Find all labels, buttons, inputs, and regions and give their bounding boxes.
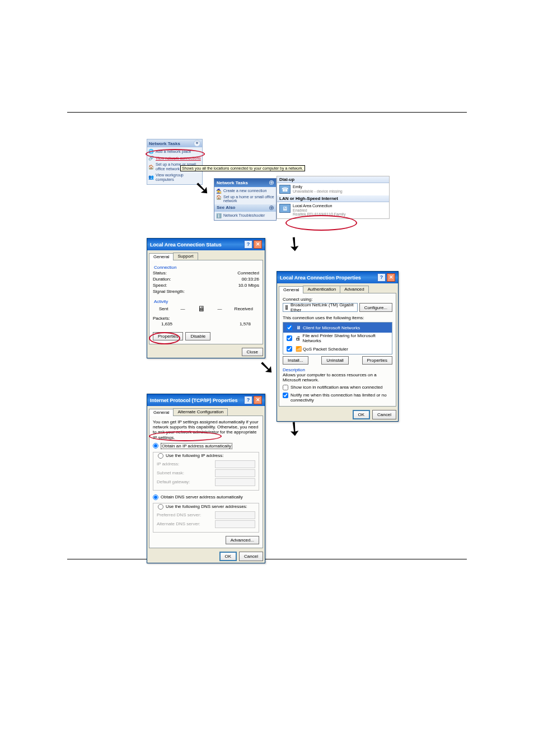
tab-support[interactable]: Support bbox=[173, 253, 198, 260]
task-add-network-place[interactable]: 🌐 Add a network place bbox=[148, 148, 201, 155]
auto-dns-radio[interactable] bbox=[153, 494, 158, 500]
dialog-titlebar[interactable]: Internet Protocol (TCP/IP) Properties ? … bbox=[147, 394, 265, 406]
lan-header: LAN or High-Speed Internet bbox=[277, 195, 389, 202]
advanced-button[interactable]: Advanced... bbox=[226, 536, 259, 544]
dns2-input[interactable] bbox=[215, 520, 255, 528]
ip-address-row: IP address: bbox=[157, 460, 255, 469]
manual-ip-radio-row[interactable]: Use the following IP address: bbox=[157, 453, 224, 459]
sidebar-setup-home-network[interactable]: 🏠 Set up a home or small office network bbox=[216, 194, 274, 203]
subnet-row: Subnet mask: bbox=[157, 469, 255, 478]
sent-label: Sent bbox=[159, 306, 168, 311]
auto-dns-radio-row[interactable]: Obtain DNS server address automatically bbox=[153, 494, 259, 501]
disable-button[interactable]: Disable bbox=[185, 332, 210, 340]
configure-button[interactable]: Configure... bbox=[359, 303, 392, 312]
manual-dns-radio-row[interactable]: Use the following DNS server addresses: bbox=[157, 504, 249, 510]
tab-general[interactable]: General bbox=[149, 409, 174, 416]
workgroup-icon: 👥 bbox=[148, 175, 154, 180]
close-icon[interactable]: ✕ bbox=[254, 396, 262, 404]
received-label: Received bbox=[235, 306, 253, 311]
gateway-input[interactable] bbox=[215, 478, 255, 486]
signal-label: Signal Strength: bbox=[153, 289, 185, 294]
connection-info: Local Area Connection Enabled Realtek RT… bbox=[293, 204, 345, 217]
nt-sidebar-title: Network Tasks bbox=[217, 180, 248, 185]
tab-general[interactable]: General bbox=[279, 286, 303, 293]
field-label: IP address: bbox=[157, 461, 179, 466]
status-label: Status: bbox=[153, 270, 167, 276]
close-icon[interactable]: ✕ bbox=[254, 240, 262, 249]
network-tasks-sidebar: Network Tasks ⓔ 🧙 Create a new connectio… bbox=[214, 178, 277, 221]
subnet-mask-input[interactable] bbox=[215, 469, 255, 477]
auto-ip-radio-row[interactable]: Obtain an IP address automatically bbox=[153, 442, 259, 450]
speed-value: 10.0 Mbps bbox=[238, 283, 259, 288]
item-checkbox[interactable] bbox=[287, 346, 292, 352]
ok-button[interactable]: OK bbox=[353, 410, 371, 419]
task-view-network-connections[interactable]: 🔗 View network connections bbox=[148, 155, 201, 162]
connection-items-list[interactable]: 🖥 Client for Microsoft Networks 🖨 File a… bbox=[283, 322, 392, 354]
tab-authentication[interactable]: Authentication bbox=[303, 286, 340, 293]
notify-limited-checkbox-label[interactable]: Notify me when this connection has limit… bbox=[283, 393, 392, 403]
tab-general[interactable]: General bbox=[149, 253, 174, 260]
properties-button[interactable]: Properties bbox=[153, 332, 183, 340]
dns1-input[interactable] bbox=[215, 511, 255, 519]
uninstall-button[interactable]: Uninstall bbox=[321, 356, 349, 365]
sidebar-create-connection[interactable]: 🧙 Create a new connection bbox=[216, 188, 274, 194]
ok-button[interactable]: OK bbox=[219, 552, 237, 561]
list-item[interactable]: 📶 QoS Packet Scheduler bbox=[283, 344, 392, 354]
list-item[interactable]: 🌐 Internet Protocol (TCP/IP) bbox=[283, 354, 392, 354]
help-icon[interactable]: ? bbox=[377, 273, 386, 282]
item-checkbox[interactable] bbox=[287, 335, 292, 341]
auto-ip-radio[interactable] bbox=[153, 443, 158, 449]
connection-info: Emily Unavailable - device missing bbox=[293, 185, 343, 193]
dialog-titlebar[interactable]: Local Area Connection Status ? ✕ bbox=[147, 239, 265, 250]
description-text: Allows your computer to access resources… bbox=[283, 372, 392, 382]
list-item[interactable]: 🖨 File and Printer Sharing for Microsoft… bbox=[283, 333, 392, 344]
connection-dialup[interactable]: ☎ Emily Unavailable - device missing bbox=[277, 183, 389, 195]
network-tasks-header[interactable]: Network Tasks bbox=[147, 139, 202, 147]
cancel-button[interactable]: Cancel bbox=[372, 410, 396, 419]
connection-lan[interactable]: 🖥 Local Area Connection Enabled Realtek … bbox=[277, 202, 389, 218]
info-icon: ℹ️ bbox=[216, 213, 222, 218]
task-view-workgroup-computers[interactable]: 👥 View workgroup computers bbox=[148, 172, 201, 183]
network-tasks-title: Network Tasks bbox=[149, 141, 180, 146]
field-label: Alternate DNS server: bbox=[157, 521, 200, 526]
manual-ip-group: Use the following IP address: IP address… bbox=[153, 452, 259, 491]
manual-dns-radio[interactable] bbox=[158, 504, 163, 510]
close-button[interactable]: Close bbox=[242, 348, 263, 356]
list-item-label: File and Printer Sharing for Microsoft N… bbox=[303, 333, 391, 343]
install-button[interactable]: Install... bbox=[283, 356, 308, 365]
notify-limited-checkbox[interactable] bbox=[283, 393, 288, 398]
ip-address-input[interactable] bbox=[215, 460, 255, 468]
help-icon[interactable]: ? bbox=[244, 240, 252, 249]
show-icon-checkbox[interactable] bbox=[283, 385, 288, 390]
collapse-icon[interactable]: ⓔ bbox=[269, 180, 274, 186]
item-checkbox[interactable] bbox=[287, 325, 292, 330]
network-icon: 🏠 bbox=[148, 164, 154, 170]
connection-legend: Connection bbox=[153, 265, 177, 270]
radio-label: Use the following IP address: bbox=[166, 453, 223, 458]
wizard-icon: 🧙 bbox=[216, 189, 222, 194]
sidebar-troubleshooter[interactable]: ℹ️ Network Troubleshooter bbox=[216, 213, 274, 219]
tab-alternate-config[interactable]: Alternate Configuration bbox=[173, 408, 228, 416]
show-icon-checkbox-label[interactable]: Show icon in notification area when conn… bbox=[283, 385, 392, 390]
home-icon: 🏠 bbox=[216, 195, 222, 200]
collapse-icon[interactable]: ⓔ bbox=[269, 205, 274, 211]
swoosh-arrow-icon: ➘ bbox=[259, 357, 274, 376]
manual-ip-radio[interactable] bbox=[158, 453, 163, 459]
page-bottom-rule bbox=[67, 559, 467, 559]
nic-icon: 🎛 bbox=[284, 305, 289, 310]
gateway-row: Default gateway: bbox=[157, 478, 255, 487]
connections-pane: Dial-up ☎ Emily Unavailable - device mis… bbox=[277, 176, 390, 219]
item-properties-button[interactable]: Properties bbox=[362, 356, 392, 365]
see-also-title: See Also bbox=[217, 205, 236, 211]
dialog-titlebar[interactable]: Local Area Connection Properties ? ✕ bbox=[277, 272, 398, 283]
help-icon[interactable]: ? bbox=[244, 396, 252, 404]
tab-advanced[interactable]: Advanced bbox=[340, 286, 369, 293]
list-item-label: QoS Packet Scheduler bbox=[303, 347, 348, 352]
cancel-button[interactable]: Cancel bbox=[239, 552, 263, 561]
collapse-icon[interactable] bbox=[194, 140, 200, 147]
connection-state: Enabled bbox=[293, 208, 345, 213]
close-icon[interactable]: ✕ bbox=[387, 273, 395, 282]
packets-recv: 1,578 bbox=[240, 321, 251, 326]
list-item[interactable]: 🖥 Client for Microsoft Networks bbox=[283, 323, 392, 333]
field-label: Default gateway: bbox=[157, 479, 190, 484]
